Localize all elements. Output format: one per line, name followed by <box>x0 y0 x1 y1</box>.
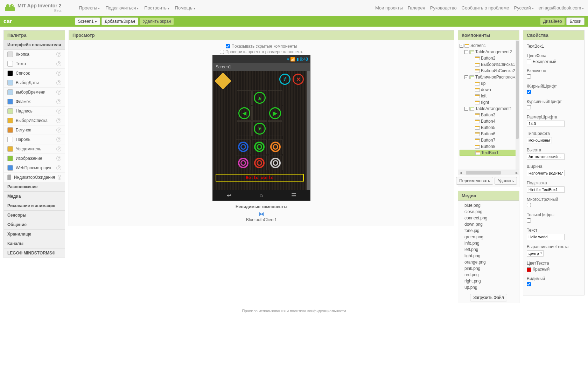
help-icon[interactable]: ? <box>56 90 61 95</box>
connect-icon[interactable] <box>215 73 231 89</box>
tree-node[interactable]: Button4 <box>460 118 518 124</box>
palette-item[interactable]: Уведомитель? <box>4 144 65 154</box>
prop-width[interactable] <box>527 170 565 176</box>
media-file[interactable]: down.png <box>464 221 516 227</box>
tree-node[interactable]: −Screen1 <box>460 42 518 49</box>
tree-vscroll[interactable] <box>516 40 519 170</box>
help-icon[interactable]: ? <box>56 80 61 85</box>
tree-node[interactable]: left <box>460 93 518 99</box>
palette-item[interactable]: Кнопка? <box>4 50 65 59</box>
nav-recent-icon[interactable]: ☰ <box>291 192 296 199</box>
help-icon[interactable]: ? <box>56 118 61 123</box>
media-file[interactable]: up.png <box>464 284 516 291</box>
add-screen-button[interactable]: ДобавитьЭкран <box>102 18 138 25</box>
menu-projects[interactable]: Проекты <box>79 5 100 11</box>
tree-node[interactable]: up <box>460 80 518 87</box>
palette-item[interactable]: ВыборИзСписка? <box>4 116 65 125</box>
menu-build[interactable]: Построить <box>144 5 169 11</box>
media-file[interactable]: left.png <box>464 246 516 253</box>
palette-category[interactable]: Рисование и анимация <box>4 201 65 211</box>
media-file[interactable]: pink.png <box>464 265 516 272</box>
components-tree[interactable]: −Screen1−TableArrangement2Button2ВыборИз… <box>458 40 519 170</box>
tree-node[interactable]: Button7 <box>460 137 518 143</box>
link-myprojects[interactable]: Мои проекты <box>375 5 403 11</box>
help-icon[interactable]: ? <box>56 71 61 76</box>
tree-node[interactable]: ВыборИзСписка2 <box>460 68 518 74</box>
cat-ui[interactable]: Интерфейс пользователя <box>4 40 65 50</box>
help-icon[interactable]: ? <box>56 52 61 57</box>
bluetooth-icon[interactable]: ⧓ <box>236 211 287 217</box>
right-button[interactable]: ▶ <box>269 107 281 119</box>
btn-blue[interactable] <box>238 142 248 152</box>
palette-item[interactable]: Бегунок? <box>4 125 65 135</box>
prop-fontsize[interactable] <box>527 121 565 127</box>
palette-category[interactable]: Общение <box>4 220 65 230</box>
media-file[interactable]: light.png <box>464 253 516 259</box>
tree-node[interactable]: ВыборИзСписка1 <box>460 61 518 68</box>
delete-screen-button[interactable]: Удалить экран <box>140 18 174 25</box>
upload-button[interactable]: Загрузить Файл <box>470 294 507 301</box>
nav-back-icon[interactable]: ↩ <box>227 192 231 199</box>
expand-icon[interactable]: − <box>464 50 468 54</box>
lang-select[interactable]: Русский <box>514 5 534 11</box>
palette-category[interactable]: Сенсоры <box>4 211 65 220</box>
prop-text[interactable] <box>527 234 565 240</box>
btn-red[interactable] <box>254 158 265 168</box>
palette-item[interactable]: WebПросмотрщик? <box>4 163 65 173</box>
link-report[interactable]: Сообщить о проблеме <box>462 5 509 11</box>
up-button[interactable]: ▲ <box>254 92 266 104</box>
palette-item[interactable]: Список? <box>4 69 65 78</box>
tree-node[interactable]: TextBox1 <box>460 150 518 156</box>
info-icon[interactable]: i <box>279 74 290 85</box>
nav-home-icon[interactable]: ⌂ <box>260 192 263 198</box>
prop-height[interactable] <box>527 154 565 160</box>
tree-node[interactable]: right <box>460 99 518 105</box>
media-file[interactable]: right.png <box>464 278 516 284</box>
palette-item[interactable]: ИндикаторОжидания? <box>4 173 65 182</box>
textbox1[interactable]: Hello world <box>216 174 304 182</box>
help-icon[interactable]: ? <box>58 175 61 180</box>
designer-button[interactable]: Дизайнер <box>540 18 565 25</box>
expand-icon[interactable]: − <box>460 44 463 48</box>
btn-pink[interactable] <box>238 158 248 168</box>
help-icon[interactable]: ? <box>56 146 61 151</box>
bt-label[interactable]: BluetoothClient1 <box>236 217 287 222</box>
prop-enabled[interactable] <box>527 74 531 79</box>
palette-category[interactable]: Медиа <box>4 192 65 201</box>
link-gallery[interactable]: Галерея <box>408 5 425 11</box>
prop-textcolor[interactable]: Красный <box>527 267 581 272</box>
palette-item[interactable]: Текст? <box>4 59 65 69</box>
media-file[interactable]: connect.png <box>464 215 516 221</box>
tree-node[interactable]: −ТабличноеРасположение1 <box>460 74 518 80</box>
help-icon[interactable]: ? <box>56 156 61 161</box>
screen-select[interactable]: Screen1 ▾ <box>75 18 100 25</box>
prop-fonttype[interactable] <box>527 137 552 143</box>
media-file[interactable]: close.png <box>464 209 516 215</box>
show-hidden-checkbox[interactable]: Показывать скрытые компоненты <box>226 44 297 49</box>
tree-node[interactable]: Button3 <box>460 112 518 118</box>
user-menu[interactable]: enlags@outlook.com <box>539 5 584 11</box>
palette-item[interactable]: Изображение? <box>4 154 65 163</box>
expand-icon[interactable]: − <box>464 107 468 111</box>
blocks-button[interactable]: Блоки <box>566 18 584 25</box>
tree-hscroll[interactable]: ◀▶ <box>458 170 519 175</box>
tree-node[interactable]: −TableArrangement2 <box>460 49 518 55</box>
media-file[interactable]: orange.png <box>464 259 516 265</box>
help-icon[interactable]: ? <box>56 128 61 132</box>
btn-green[interactable] <box>254 142 265 152</box>
help-icon[interactable]: ? <box>56 137 61 142</box>
palette-category[interactable]: Хранилище <box>4 230 65 239</box>
prop-italic[interactable] <box>527 105 531 109</box>
link-guide[interactable]: Руководство <box>430 5 457 11</box>
prop-bgcolor[interactable]: Бесцветный <box>527 59 581 64</box>
palette-item[interactable]: Флажок? <box>4 97 65 107</box>
prop-numonly[interactable] <box>527 218 531 223</box>
prop-hint[interactable] <box>527 186 565 193</box>
palette-item[interactable]: ВыборДаты? <box>4 78 65 88</box>
phone-content[interactable]: i ✕ ▲ ◀▶ ▼ <box>213 71 310 190</box>
prop-align[interactable] <box>527 250 544 257</box>
menu-help[interactable]: Помощь <box>175 5 195 11</box>
footer[interactable]: Правила использования и политика конфиде… <box>0 307 588 315</box>
delete-button[interactable]: Удалить <box>495 177 517 185</box>
tree-node[interactable]: Button8 <box>460 143 518 150</box>
